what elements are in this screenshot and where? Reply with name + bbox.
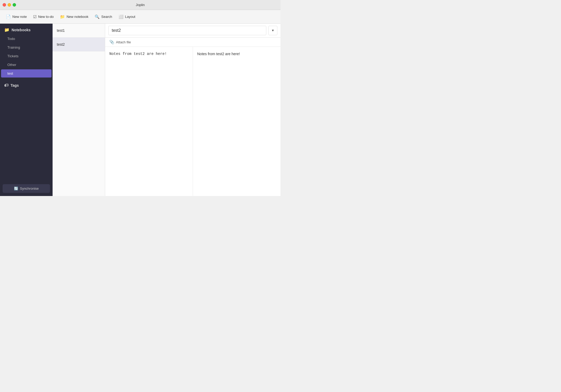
- note-item-test2-label: test2: [57, 42, 65, 47]
- sidebar-item-other-label: Other: [7, 63, 16, 67]
- sidebar-item-training-label: Training: [7, 45, 20, 49]
- editor-area: ▼ 📎 Attach file Notes from test2 are her…: [105, 24, 280, 196]
- sync-button[interactable]: 🔄 Synchronise: [3, 184, 50, 193]
- sidebar-item-test[interactable]: test: [1, 69, 52, 78]
- close-button[interactable]: [3, 3, 6, 7]
- sidebar: 📁 Notebooks Todo Training Tickets Other …: [0, 24, 53, 196]
- layout-button[interactable]: ⬜ Layout: [116, 13, 138, 21]
- notebooks-section-header: 📁 Notebooks: [0, 24, 53, 34]
- editor-header: ▼: [105, 24, 280, 38]
- new-note-icon: 📄: [6, 14, 11, 19]
- preview-content: Notes from test2 are here!: [197, 52, 240, 56]
- attach-icon: 📎: [109, 40, 114, 44]
- note-title-input[interactable]: [108, 26, 266, 35]
- sync-label: Synchronise: [20, 187, 39, 190]
- new-note-button[interactable]: 📄 New note: [3, 13, 29, 21]
- editor-pane[interactable]: Notes from test2 are here!: [105, 47, 193, 196]
- main-layout: 📁 Notebooks Todo Training Tickets Other …: [0, 24, 280, 196]
- new-notebook-label: New notebook: [67, 15, 88, 19]
- sidebar-item-training[interactable]: Training: [1, 43, 52, 51]
- maximize-button[interactable]: [13, 3, 16, 7]
- new-notebook-button[interactable]: 📁 New notebook: [57, 13, 91, 21]
- attach-file-bar[interactable]: 📎 Attach file: [105, 38, 280, 47]
- sidebar-item-todo[interactable]: Todo: [1, 35, 52, 43]
- sidebar-item-todo-label: Todo: [7, 37, 15, 41]
- new-todo-button[interactable]: ☑ New to-do: [30, 13, 56, 21]
- chevron-down-icon: ▼: [271, 29, 274, 32]
- new-notebook-icon: 📁: [60, 14, 65, 19]
- notes-list: test1 test2: [53, 24, 105, 196]
- traffic-lights: [3, 3, 16, 7]
- sync-icon: 🔄: [14, 187, 18, 190]
- sidebar-item-test-label: test: [7, 71, 13, 75]
- note-item-test1-label: test1: [57, 28, 65, 33]
- toolbar: 📄 New note ☑ New to-do 📁 New notebook 🔍 …: [0, 10, 280, 24]
- new-note-label: New note: [12, 15, 27, 19]
- new-todo-icon: ☑: [33, 14, 37, 19]
- sidebar-item-tickets[interactable]: Tickets: [1, 52, 52, 60]
- sidebar-item-tickets-label: Tickets: [7, 54, 18, 58]
- layout-label: Layout: [125, 15, 135, 19]
- preview-pane: Notes from test2 are here!: [193, 47, 280, 196]
- search-button[interactable]: 🔍 Search: [92, 13, 115, 21]
- tags-section-header: 🏷 Tags: [0, 79, 53, 90]
- app-title: Joplin: [136, 3, 145, 7]
- titlebar: Joplin: [0, 0, 280, 10]
- note-item-test2[interactable]: test2: [53, 38, 105, 51]
- search-icon: 🔍: [95, 14, 100, 19]
- notebooks-icon: 📁: [4, 27, 9, 32]
- minimize-button[interactable]: [8, 3, 11, 7]
- dropdown-button[interactable]: ▼: [268, 26, 277, 35]
- notebooks-label: Notebooks: [12, 28, 30, 32]
- tags-icon: 🏷: [4, 83, 8, 88]
- search-label: Search: [101, 15, 112, 19]
- new-todo-label: New to-do: [38, 15, 54, 19]
- note-item-test1[interactable]: test1: [53, 24, 105, 38]
- tags-label: Tags: [11, 83, 19, 87]
- sidebar-item-other[interactable]: Other: [1, 61, 52, 69]
- layout-icon: ⬜: [119, 14, 124, 19]
- editor-split: Notes from test2 are here! Notes from te…: [105, 47, 280, 196]
- attach-label: Attach file: [116, 40, 131, 44]
